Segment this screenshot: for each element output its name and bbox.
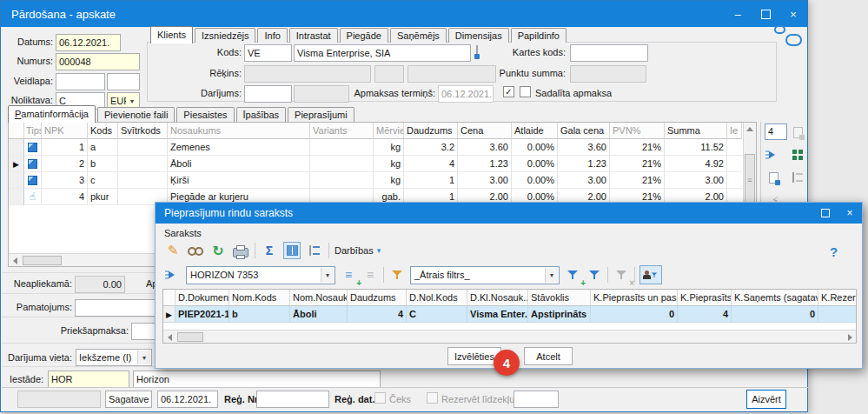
scrollbar-thumb[interactable]: [177, 332, 203, 342]
tab-info[interactable]: Info: [257, 28, 287, 43]
minimize-button[interactable]: –: [724, 1, 752, 27]
darijums-field-1[interactable]: [244, 85, 292, 103]
cell-daudzums[interactable]: 4: [348, 306, 407, 323]
row-selector[interactable]: [9, 189, 24, 205]
document-check-icon[interactable]: [765, 169, 782, 186]
cell-nosaukums[interactable]: Ķirši: [168, 172, 310, 189]
tab-intrastat[interactable]: Intrastat: [289, 28, 338, 43]
cell-variants[interactable]: [310, 156, 374, 172]
row-selector[interactable]: [9, 139, 24, 156]
cell-pvn[interactable]: 21%: [610, 172, 665, 189]
cell-iep[interactable]: [727, 139, 742, 156]
cell-daudzums[interactable]: 4: [404, 156, 458, 172]
datums-field[interactable]: 06.12.2021.: [56, 34, 121, 51]
quick-filter-combo[interactable]: _Ātrais filtrs_ ▾: [410, 266, 560, 284]
header-daudzums[interactable]: Daudzums: [404, 123, 458, 139]
add-view-icon[interactable]: ≡+: [340, 266, 357, 284]
cell-gala-cena[interactable]: 3.00: [558, 172, 610, 189]
cell-nom-nosaukums[interactable]: Āboli: [290, 306, 348, 323]
page-flip-icon[interactable]: [789, 124, 806, 141]
cell-iep[interactable]: [727, 156, 742, 172]
row-count-field[interactable]: 4: [765, 124, 787, 140]
maximize-button[interactable]: [752, 1, 779, 27]
scroll-left-button[interactable]: [9, 255, 21, 266]
tab-ipasibas[interactable]: Īpašības: [236, 107, 287, 122]
cell-pvn[interactable]: 21%: [610, 156, 665, 172]
header-k-sanemts[interactable]: K.Saņemts (sagatave): [732, 290, 818, 306]
cell-kods[interactable]: b: [88, 156, 118, 172]
modal-close-button[interactable]: ×: [838, 203, 862, 224]
cell-atlaide[interactable]: 0.00%: [512, 139, 558, 156]
chevron-down-icon[interactable]: ▾: [137, 351, 150, 364]
cell-mervieniba[interactable]: kg: [374, 172, 404, 189]
cell-cena[interactable]: 3.60: [458, 139, 512, 156]
cell-mervieniba[interactable]: kg: [374, 156, 404, 172]
chevron-down-icon[interactable]: ▾: [321, 268, 334, 283]
refresh-icon[interactable]: ↻: [209, 242, 227, 259]
filter-list-icon[interactable]: [586, 266, 603, 284]
cell-daudzums[interactable]: 3.2: [404, 139, 458, 156]
tab-sanemejs[interactable]: Saņēmējs: [390, 28, 447, 43]
veidlapa-field-2[interactable]: [107, 73, 140, 90]
aizvert-button[interactable]: Aizvērt: [746, 390, 786, 409]
apply-view-icon[interactable]: [164, 266, 182, 284]
tab-papildinfo[interactable]: Papildinfo: [511, 28, 567, 43]
iestade-kods-field[interactable]: HOR: [48, 371, 129, 388]
cell-d-nol-kods[interactable]: C: [407, 306, 467, 323]
header-d-kl-nosaukums[interactable]: D.Kl.Nosauk...: [467, 290, 528, 306]
header-svitrkods[interactable]: Svītrkods: [118, 123, 168, 139]
darbibas-menu[interactable]: Darbības ▾: [335, 245, 381, 256]
cell-mervieniba[interactable]: kg: [374, 139, 404, 156]
cell-kods[interactable]: a: [88, 139, 118, 156]
header-kods[interactable]: Kods: [88, 123, 118, 139]
atcelt-button[interactable]: Atcelt: [524, 347, 573, 365]
tab-pieprasijumi[interactable]: Pieprasījumi: [288, 107, 354, 122]
header-daudzums[interactable]: Daudzums: [348, 290, 407, 306]
cell-kods[interactable]: c: [88, 172, 118, 189]
copy-view-icon[interactable]: ≡: [361, 266, 379, 284]
help-icon[interactable]: ?: [830, 244, 838, 259]
cell-gala-cena[interactable]: 1.23: [558, 156, 610, 172]
tab-piesaistes[interactable]: Piesaistes: [176, 107, 234, 122]
cell-nom-kods[interactable]: b: [229, 306, 290, 323]
cell-k-sanemts[interactable]: 0: [732, 306, 818, 323]
edit-icon[interactable]: ✎: [164, 242, 182, 259]
darijuma-vieta-select[interactable]: Iekšzeme (I) ▾: [76, 349, 152, 366]
header-nom-kods[interactable]: Nom.Kods: [229, 290, 290, 306]
cell-nosaukums[interactable]: Āboli: [168, 156, 310, 172]
header-summa[interactable]: Summa: [665, 123, 727, 139]
cell-summa[interactable]: 3.00: [665, 172, 727, 189]
view-combo[interactable]: HORIZON 7353 ▾: [186, 266, 335, 284]
menu-saraksts[interactable]: Saraksts: [164, 228, 202, 238]
payment-checkbox[interactable]: ✓: [503, 86, 514, 97]
client-name-field[interactable]: Visma Enterprise, SIA: [294, 44, 471, 62]
cell-d-kl-nosaukums[interactable]: Visma Enter...: [467, 306, 528, 323]
export-excel-icon[interactable]: [789, 146, 806, 164]
row-selector[interactable]: ▶: [9, 156, 24, 172]
cell-daudzums[interactable]: 1: [404, 172, 458, 189]
tab-klients[interactable]: Klients: [150, 26, 193, 43]
columns-view-icon[interactable]: [283, 242, 301, 259]
add-filter-icon[interactable]: +: [564, 266, 581, 284]
header-nom-nosaukums[interactable]: Nom.Nosauk...: [290, 290, 348, 306]
cell-summa[interactable]: 11.52: [665, 139, 727, 156]
cell-npk[interactable]: 2: [42, 156, 88, 172]
cell-npk[interactable]: 4: [42, 189, 88, 205]
cell-stavoklis[interactable]: Apstiprināts: [528, 306, 591, 323]
header-cena[interactable]: Cena: [458, 123, 512, 139]
tab-piegade[interactable]: Piegāde: [340, 28, 388, 43]
client-code-field[interactable]: VE: [244, 44, 292, 62]
header-nosaukums[interactable]: Nosaukums: [168, 123, 310, 139]
numurs-field[interactable]: 000048: [56, 53, 140, 70]
table-row[interactable]: 3 c Ķirši kg 1 3.00 0.00% 3.00 21% 3.00: [9, 172, 756, 189]
header-dokuments[interactable]: D.Dokument...: [176, 290, 229, 306]
table-row[interactable]: 1 a Zemenes kg 3.2 3.60 0.00% 3.60 21% 1…: [9, 139, 756, 156]
cell-svitrkods[interactable]: [118, 172, 168, 189]
cell-atlaide[interactable]: 0.00%: [512, 172, 558, 189]
user-filter-icon[interactable]: [639, 265, 662, 284]
kartes-kods-field[interactable]: [570, 44, 648, 62]
table-row[interactable]: ▶ 2 b Āboli kg 4 1.23 0.00% 1.23 21% 4.9…: [9, 156, 756, 172]
header-k-pieprasits-pasutits[interactable]: K.Pieprasīts un pasūtīts: [591, 290, 678, 306]
modal-horizontal-scrollbar[interactable]: [163, 330, 856, 343]
row-selector[interactable]: [9, 172, 24, 189]
